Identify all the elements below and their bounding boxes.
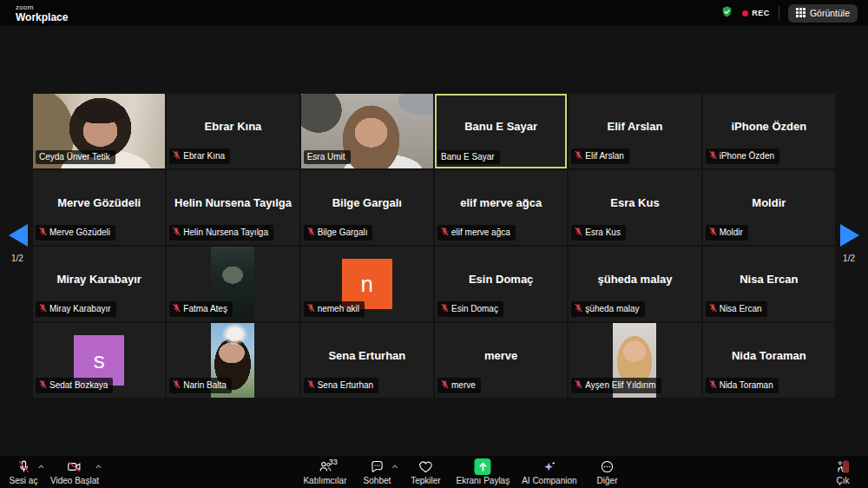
muted-mic-icon [173,379,181,391]
participant-tile-merve[interactable]: mervemerve [435,323,567,398]
participant-tile-ay-en-elif-y-ld-r-m[interactable]: Ayşen Elif Yıldırım [569,323,700,398]
participant-name-label: Ceyda Ünver Tetik [36,150,115,164]
page-indicator-right: 1/2 [843,254,855,263]
more-ellipsis-icon [600,458,615,475]
heart-icon [418,458,433,475]
participant-tile-esin-doma[interactable]: Esin DomaçEsin Domaç [435,247,567,321]
participant-tile-narin-balta[interactable]: Narin Balta [167,323,299,398]
participant-tile-merve-g-z-deli[interactable]: Merve GözüdeliMerve Gözüdeli [33,170,165,245]
participant-name-label: şüheda malay [571,301,644,317]
participant-tile-elif-arslan[interactable]: Elif ArslanElif Arslan [569,94,700,168]
unmute-button[interactable]: Sesi aç [3,456,43,485]
ai-companion-label: AI Companion [522,476,576,485]
muted-mic-icon [575,303,582,314]
muted-mic-icon [173,227,181,238]
ai-sparkle-icon [541,458,557,475]
participant-name-label: Moldir [706,225,748,241]
muted-mic-icon [173,303,181,314]
share-screen-icon [475,458,491,475]
participant-tile-banu-e-sayar[interactable]: Banu E SayarBanu E Sayar [435,94,567,168]
participant-display-name: Banu E Sayar [435,94,567,158]
participant-name-label: Merve Gözüdeli [36,225,115,241]
start-video-button[interactable]: Video Başlat [49,456,101,485]
chat-icon [369,458,385,475]
muted-mic-icon [307,379,315,391]
mic-options-chevron-icon[interactable] [37,462,45,472]
participant-tile-nisa-ercan[interactable]: Nisa ErcanNisa Ercan [703,247,835,321]
participant-tile-sena-erturhan[interactable]: Sena ErturhanSena Erturhan [301,323,433,398]
participants-count: 33 [329,458,338,466]
participants-button[interactable]: 33 Katılımcılar [301,456,348,485]
participant-tile-helin-nursena-tay-lga[interactable]: Helin Nursena TayılgaHelin Nursena Tayıl… [167,170,299,245]
brand-workplace: Workplace [16,12,68,23]
more-button[interactable]: Diğer [588,456,628,485]
participant-name-label: Narin Balta [169,378,231,393]
start-video-label: Video Başlat [50,476,99,485]
participant-name-label: Nida Toraman [706,378,779,393]
muted-mic-icon [709,379,717,391]
participants-label: Katılımcılar [303,476,346,485]
avatar-initial: n [361,271,373,298]
zoom-meeting-window: zoom Workplace REC Görüntüle 1/2 [0,0,868,488]
participant-tile-nemeh-akil[interactable]: nnemeh akil [301,247,433,321]
video-options-chevron-icon[interactable] [95,462,102,472]
participant-tile-ceyda-nver-tetik[interactable]: Ceyda Ünver Tetik [33,94,165,168]
muted-mic-icon [709,150,717,162]
previous-page-button[interactable] [9,224,28,249]
leave-label: Çık [837,476,850,485]
participant-tile-iphone-zden[interactable]: iPhone ÖzdeniPhone Özden [703,94,835,168]
chat-button[interactable]: Sohbet [357,456,397,485]
next-page-button[interactable] [840,224,859,249]
gallery-grid-icon [796,8,806,19]
muted-mic-icon [709,227,717,238]
participant-tile-miray-karabay-r[interactable]: Miray KarabayırMiray Karabayır [33,247,165,321]
participant-name-label: Miray Karabayır [36,301,116,317]
muted-mic-icon [441,303,449,314]
participant-name-label: Ayşen Elif Yıldırım [571,378,661,393]
ai-companion-button[interactable]: AI Companion [520,456,578,485]
zoom-workplace-logo: zoom Workplace [16,4,68,23]
encryption-shield-icon [720,5,733,22]
leave-door-icon [835,458,851,475]
share-screen-label: Ekranı Paylaş [456,476,510,485]
unmute-label: Sesi aç [10,476,38,485]
participant-tile-elif-merve-a-ca[interactable]: elif merve ağcaelif merve ağca [435,170,567,245]
muted-mic-icon [16,458,31,475]
reactions-button[interactable]: Tepkiler [405,456,445,485]
arrow-right-icon [840,224,859,247]
muted-mic-icon [307,227,315,238]
chat-options-chevron-icon[interactable] [391,462,398,472]
participant-name-label: Ebrar Kına [169,148,230,164]
participant-name-label: Esra Kus [571,225,626,241]
participant-name-label: Helin Nursena Tayılga [169,225,273,241]
recording-indicator: REC [742,9,770,17]
participant-name-label: Sena Erturhan [304,378,379,393]
more-label: Diğer [597,476,618,485]
participant-tile-sedat-bozkaya[interactable]: sSedat Bozkaya [33,323,165,398]
participant-tile-heda-malay[interactable]: şüheda malayşüheda malay [569,247,700,321]
muted-mic-icon [39,227,47,238]
participant-tile-fatma-ate[interactable]: Fatma Ateş [167,247,299,321]
view-button-label: Görüntüle [810,8,850,18]
participant-name-label: Fatma Ateş [169,301,233,317]
participant-name-label: Banu E Sayar [437,150,500,164]
view-button[interactable]: Görüntüle [788,4,858,23]
participant-name-label: nemeh akil [304,301,365,317]
muted-mic-icon [709,303,717,314]
muted-mic-icon [307,303,315,314]
participant-name-label: Esra Umit [304,150,351,164]
topbar-divider [779,6,779,20]
participant-name-label: Elif Arslan [571,148,628,164]
participant-name-label: merve [437,378,481,393]
participant-tile-moldir[interactable]: MoldirMoldir [703,170,835,245]
participant-tile-esra-umit[interactable]: Esra Umit [301,94,433,168]
participant-tile-nida-toraman[interactable]: Nida ToramanNida Toraman [703,323,835,398]
participant-tile-ebrar-k-na[interactable]: Ebrar KınaEbrar Kına [167,94,299,168]
participant-tile-esra-kus[interactable]: Esra KusEsra Kus [569,170,700,245]
brand-zoom: zoom [16,4,68,11]
participant-tile-bilge-gargal[interactable]: Bilge GargalıBilge Gargalı [301,170,433,245]
share-screen-button[interactable]: Ekranı Paylaş [454,456,511,485]
muted-mic-icon [173,150,181,162]
leave-meeting-button[interactable]: Çık [823,456,863,485]
page-indicator-left: 1/2 [11,254,23,263]
